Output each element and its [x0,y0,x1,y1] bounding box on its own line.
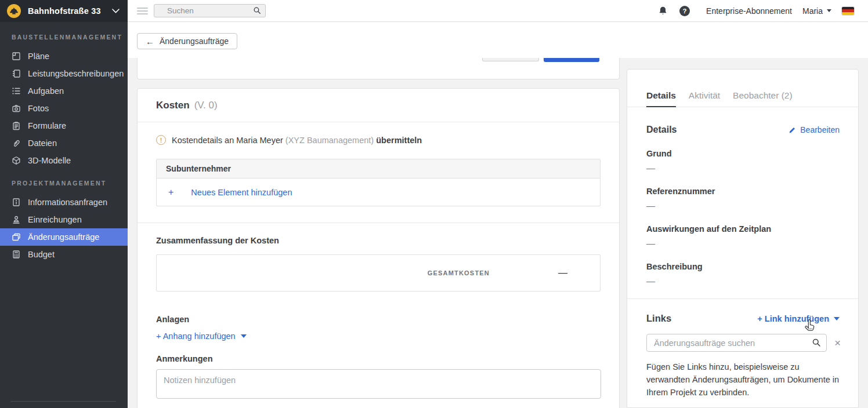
details-section-title: Details [646,125,677,135]
cost-card: Kosten (V. 0) ! Kostendetails an Maria M… [137,88,620,408]
edit-label: Bearbeiten [800,125,840,134]
sidebar-item-label: Leistungsbeschreibungen [28,69,124,78]
search-icon [253,6,261,17]
sidebar: Bahnhofstraße 33 BAUSTELLENMANAGEMENT Pl… [0,0,128,408]
cube-icon [12,156,21,165]
primary-button-cutoff[interactable] [544,58,599,62]
notifications-bell-icon[interactable] [658,6,668,16]
chevron-down-icon [827,9,831,12]
clipboard-icon [12,121,21,130]
notes-title: Anmerkungen [156,354,601,363]
chevron-down-icon [834,317,840,320]
panel-tabs: Details Aktivität Beobachter (2) [627,70,858,107]
warning-action: übermitteln [376,136,422,145]
topbar: ? Enterprise-Abonnement Maria [128,0,868,22]
sidebar-section-baustellenmanagement: BAUSTELLENMANAGEMENT [12,34,128,41]
sidebar-item-dateien[interactable]: Dateien [0,134,128,152]
search-input[interactable] [154,4,266,17]
page-header: ← Änderungsaufträge [128,22,868,58]
back-button[interactable]: ← Änderungsaufträge [137,33,237,49]
field-value-referenznummer: — [646,201,840,210]
sidebar-item-leistungsbeschreibungen[interactable]: Leistungsbeschreibungen [0,65,128,82]
total-cost-value: — [558,268,567,278]
sidebar-divider [10,401,116,402]
sidebar-item-budget[interactable]: Budget [0,246,128,263]
paperclip-icon [12,139,21,148]
chevron-down-icon [112,9,120,13]
links-section-title: Links [646,313,671,324]
tab-aktivitaet[interactable]: Aktivität [689,90,720,107]
user-menu[interactable]: Maria [802,6,831,16]
field-value-grund: — [646,163,840,173]
section-divider [627,298,858,299]
change-orders-icon [12,232,21,242]
sidebar-item-label: Informationsanfragen [28,198,107,207]
sidebar-item-label: Fotos [28,104,49,113]
warning-company: (XYZ Baumanagement) [285,136,374,145]
subcontractor-table: Subunternehmer + Neues Element hinzufüge… [156,159,601,206]
tab-beobachter[interactable]: Beobachter (2) [733,90,793,107]
sidebar-item-informationsanfragen[interactable]: Informationsanfragen [0,194,128,211]
edit-button[interactable]: Bearbeiten [789,125,840,134]
field-label-beschreibung: Beschreibung [646,262,840,271]
links-help-text: Fügen Sie Links hinzu, beispielsweise zu… [646,360,840,399]
blueprint-icon [12,52,21,61]
field-value-zeitplan: — [646,238,840,248]
cost-warning: ! Kostendetails an Maria Meyer (XYZ Baum… [156,135,601,145]
add-line-item-label: Neues Element hinzufügen [191,188,292,197]
sidebar-item-formulare[interactable]: Formulare [0,117,128,134]
panel-body: Details Bearbeiten Grund — Referenznumme… [627,125,858,399]
add-attachment-label: + Anhang hinzufügen [156,332,236,341]
project-name: Bahnhofstraße 33 [28,6,101,16]
camera-icon [12,104,21,113]
cost-version: (V. 0) [194,100,218,111]
details-panel: Details Aktivität Beobachter (2) Details… [627,69,859,408]
global-search [154,4,266,17]
plus-icon: + [168,187,173,198]
language-flag-de[interactable] [842,7,854,15]
notes-textarea[interactable] [156,369,601,399]
sidebar-item-label: Formulare [28,121,66,130]
pencil-icon [789,126,796,134]
field-value-beschreibung: — [646,276,840,286]
sidebar-item-aufgaben[interactable]: Aufgaben [0,82,128,100]
sidebar-item-label: 3D-Modelle [28,156,71,165]
tab-details[interactable]: Details [646,90,676,107]
sidebar-item-3d-modelle[interactable]: 3D-Modelle [0,152,128,169]
add-link-button[interactable]: + Link hinzufügen [757,314,840,323]
hamburger-menu-icon[interactable] [137,8,148,14]
warning-text: Kostendetails an Maria Meyer (XYZ Bauman… [172,136,422,145]
arrow-left-icon: ← [146,37,154,46]
field-label-grund: Grund [646,149,840,158]
back-button-label: Änderungsaufträge [160,37,229,46]
sidebar-item-label: Aufgaben [28,86,64,96]
cost-summary-box: GESAMTKOSTEN — [156,254,601,292]
add-line-item-button[interactable]: + Neues Element hinzufügen [157,178,600,206]
add-link-label: + Link hinzufügen [757,314,829,323]
rfi-document-icon [12,198,21,207]
sidebar-item-label: Einreichungen [28,215,82,224]
subscription-label: Enterprise-Abonnement [706,6,792,16]
sidebar-item-label: Budget [28,250,55,259]
spec-book-icon [12,69,21,78]
total-cost-label: GESAMTKOSTEN [428,269,490,276]
add-attachment-button[interactable]: + Anhang hinzufügen [156,332,247,341]
sidebar-item-plaene[interactable]: Pläne [0,48,128,65]
secondary-button-cutoff[interactable] [482,58,539,61]
links-search [646,334,827,352]
sidebar-item-label: Änderungsaufträge [28,232,99,242]
cost-card-header: Kosten (V. 0) [138,89,619,122]
chevron-down-icon [241,334,247,338]
company-logo-icon [7,4,21,18]
sidebar-section-projektmanagement: PROJEKTMANAGEMENT [12,180,128,187]
sidebar-item-einreichungen[interactable]: Einreichungen [0,211,128,228]
sidebar-item-aenderungsauftraege[interactable]: Änderungsaufträge [0,228,128,246]
help-icon[interactable]: ? [679,6,690,16]
cost-summary-title: Zusammenfassung der Kosten [156,236,601,245]
links-search-input[interactable] [646,334,827,352]
search-icon [812,338,821,349]
close-icon[interactable]: × [834,337,841,348]
project-switcher[interactable]: Bahnhofstraße 33 [0,0,128,22]
sidebar-item-fotos[interactable]: Fotos [0,100,128,117]
person-stamp-icon [12,215,21,224]
